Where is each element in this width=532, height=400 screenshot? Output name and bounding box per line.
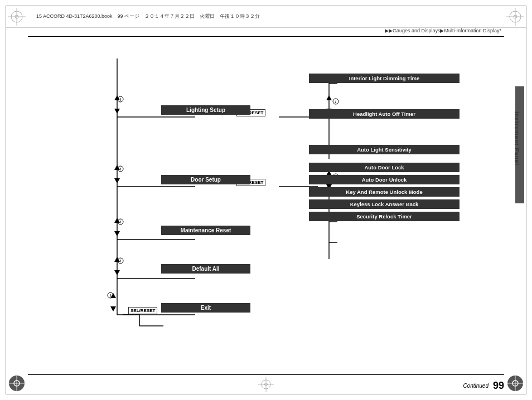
bottom-center-reg [258, 377, 274, 392]
svg-marker-47 [114, 231, 120, 236]
sidebar-label: Instrument Panel [514, 111, 520, 165]
svg-text:i: i [120, 167, 122, 171]
breadcrumb: ▶▶Gauges and Displays▶Multi-Information … [385, 28, 501, 33]
svg-marker-48 [114, 257, 120, 262]
svg-marker-49 [114, 270, 120, 275]
svg-marker-53 [326, 95, 332, 100]
svg-text:i: i [120, 97, 122, 101]
bottom-rule [28, 374, 504, 375]
door-setup-box[interactable]: Door Setup [161, 175, 250, 184]
breadcrumb-text: ▶▶Gauges and Displays▶Multi-Information … [385, 28, 501, 33]
svg-marker-46 [114, 218, 120, 223]
svg-text:i: i [335, 100, 337, 104]
submenu-interior-light: Interior Light Dimming Time [309, 74, 460, 83]
svg-marker-44 [114, 165, 120, 170]
maintenance-reset-box[interactable]: Maintenance Reset [161, 226, 250, 235]
submenu-security-relock: Security Relock Timer [309, 212, 460, 221]
svg-text:i: i [120, 220, 122, 224]
submenu-auto-light-sensitivity: Auto Light Sensitivity [309, 145, 460, 154]
continued-text: Continued [463, 383, 489, 389]
submenu-headlight-auto-off: Headlight Auto Off Timer [309, 109, 460, 119]
exit-box[interactable]: Exit [161, 303, 250, 313]
sel-reset-exit[interactable]: SEL/RESET [128, 307, 157, 314]
page-number: 99 [493, 380, 504, 392]
svg-text:i: i [120, 259, 122, 263]
submenu-keyless-lock: Keyless Lock Answer Back [309, 199, 460, 209]
svg-marker-45 [114, 178, 120, 183]
submenu-key-remote-unlock: Key And Remote Unlock Mode [309, 187, 460, 197]
header-rule [28, 36, 504, 37]
svg-marker-51 [110, 306, 116, 311]
svg-marker-43 [114, 109, 120, 114]
svg-marker-42 [114, 95, 120, 100]
lighting-setup-box[interactable]: Lighting Setup [161, 105, 250, 115]
submenu-auto-door-lock: Auto Door Lock [309, 163, 460, 172]
submenu-auto-door-unlock: Auto Door Unlock [309, 175, 460, 184]
default-all-box[interactable]: Default All [161, 264, 250, 274]
